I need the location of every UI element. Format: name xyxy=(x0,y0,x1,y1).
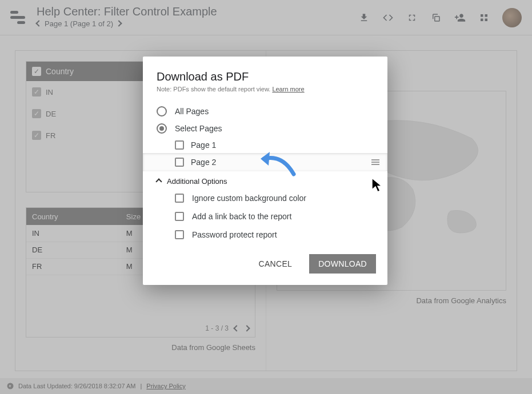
dialog-note: Note: PDFs show the default report view.… xyxy=(143,83,387,103)
radio-all-pages[interactable]: All Pages xyxy=(143,103,387,120)
checkbox-icon[interactable] xyxy=(175,140,184,150)
checkbox-icon[interactable] xyxy=(175,158,184,167)
page2-checkbox[interactable]: Page 2 xyxy=(143,153,387,171)
radio-select-pages[interactable]: Select Pages xyxy=(143,120,387,137)
radio-icon[interactable] xyxy=(157,123,167,134)
drag-handle-icon[interactable] xyxy=(371,159,379,165)
opt-ignore-bg[interactable]: Ignore custom background color xyxy=(143,189,387,207)
download-pdf-dialog: Download as PDF Note: PDFs show the defa… xyxy=(143,57,387,285)
checkbox-icon[interactable] xyxy=(175,194,184,203)
opt-password[interactable]: Password protect report xyxy=(143,226,387,244)
download-button[interactable]: DOWNLOAD xyxy=(309,254,376,274)
additional-options-toggle[interactable]: Additional Options xyxy=(143,171,387,189)
checkbox-icon[interactable] xyxy=(175,230,184,239)
page1-checkbox[interactable]: Page 1 xyxy=(143,137,387,153)
dialog-title: Download as PDF xyxy=(143,70,387,83)
opt-link-back[interactable]: Add a link back to the report xyxy=(143,207,387,226)
chevron-up-icon xyxy=(155,178,162,184)
cancel-button[interactable]: CANCEL xyxy=(250,254,302,274)
radio-icon[interactable] xyxy=(157,106,167,116)
learn-more-link[interactable]: Learn more xyxy=(272,86,304,93)
checkbox-icon[interactable] xyxy=(175,212,184,221)
